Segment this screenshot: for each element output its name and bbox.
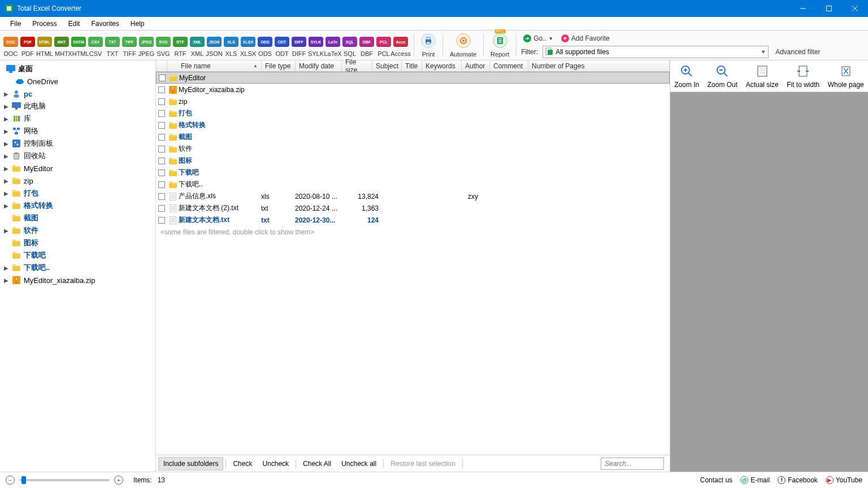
format-html[interactable]: HTMLHTML xyxy=(36,36,53,57)
email-link[interactable]: @E-mail xyxy=(740,476,770,484)
format-sylk[interactable]: SYLKSYLK xyxy=(307,36,324,57)
tree-item[interactable]: 图标 xyxy=(0,237,155,249)
contact-us-link[interactable]: Contact us xyxy=(700,476,732,484)
youtube-link[interactable]: ▶YouTube xyxy=(826,476,862,484)
expand-arrow-icon[interactable]: ▶ xyxy=(3,228,9,234)
expand-arrow-icon[interactable]: ▶ xyxy=(3,190,9,197)
format-xls[interactable]: XLSXLS xyxy=(223,36,240,57)
menu-edit[interactable]: Edit xyxy=(63,18,86,29)
tree-item[interactable]: ▶下载吧.. xyxy=(0,262,155,274)
tree-item[interactable]: ▶控制面板 xyxy=(0,137,155,150)
tree-item[interactable]: ▶此电脑 xyxy=(0,100,155,112)
uncheck-button[interactable]: Uncheck xyxy=(258,457,293,470)
report-button[interactable]: Report xyxy=(486,30,514,60)
expand-arrow-icon[interactable]: ▶ xyxy=(3,165,9,172)
preview-fit-to-width[interactable]: Fit to width xyxy=(787,64,819,89)
format-diff[interactable]: DIFFDIFF xyxy=(290,36,307,57)
facebook-link[interactable]: fFacebook xyxy=(778,476,818,484)
row-checkbox[interactable] xyxy=(156,158,167,164)
format-svg[interactable]: SVGSVG xyxy=(155,36,172,57)
row-checkbox[interactable] xyxy=(156,193,167,200)
row-checkbox[interactable] xyxy=(156,134,167,141)
file-row[interactable]: MyEditor_xiazaiba.zip xyxy=(156,84,670,95)
expand-arrow-icon[interactable]: ▶ xyxy=(3,265,9,271)
expand-arrow-icon[interactable]: ▶ xyxy=(3,178,9,184)
expand-arrow-icon[interactable]: ▶ xyxy=(3,128,9,134)
file-row[interactable]: 截图 xyxy=(156,131,670,143)
expand-arrow-icon[interactable]: ▶ xyxy=(3,277,9,284)
close-button[interactable] xyxy=(842,0,868,17)
advanced-filter-link[interactable]: Advanced filter xyxy=(775,48,820,56)
file-row[interactable]: 下载吧.. xyxy=(156,178,670,190)
format-xml[interactable]: XMLXML xyxy=(189,36,206,57)
row-checkbox[interactable] xyxy=(156,169,167,176)
tree-item[interactable]: ▶pc xyxy=(0,88,155,100)
row-checkbox[interactable] xyxy=(156,205,167,212)
zoom-slider[interactable] xyxy=(19,479,110,481)
preview-actual-size[interactable]: Actual size xyxy=(746,64,779,89)
automate-button[interactable]: Automate xyxy=(445,30,481,60)
tree-item[interactable]: ▶MyEditor xyxy=(0,162,155,175)
tree-item[interactable]: ▶库 xyxy=(0,112,155,125)
file-row[interactable]: 下载吧 xyxy=(156,167,670,178)
row-checkbox[interactable] xyxy=(156,146,167,152)
tree-root[interactable]: 桌面 xyxy=(0,63,155,75)
file-row[interactable]: 软件 xyxy=(156,143,670,155)
preview-zoom-in[interactable]: Zoom In xyxy=(674,64,699,89)
tree-item[interactable]: ▶网络 xyxy=(0,125,155,137)
tree-item[interactable]: ▶软件 xyxy=(0,224,155,237)
format-pcl[interactable]: PCLPCL xyxy=(375,36,392,57)
format-pdf[interactable]: PDFPDF xyxy=(19,36,36,57)
row-checkbox[interactable] xyxy=(156,122,167,129)
add-favorite-button[interactable]: ♥ Add Favorite xyxy=(559,34,612,43)
row-checkbox[interactable] xyxy=(156,110,167,117)
format-odt[interactable]: ODTODT xyxy=(274,36,290,57)
file-row[interactable]: 产品信息.xls xls 2020-08-10 ... 13,824 zxy xyxy=(156,190,670,202)
file-row[interactable]: 图标 xyxy=(156,155,670,167)
file-row[interactable]: MyEditor xyxy=(156,72,670,84)
preview-zoom-out[interactable]: Zoom Out xyxy=(708,64,737,89)
row-checkbox[interactable] xyxy=(156,98,167,105)
print-button[interactable]: Print xyxy=(416,30,440,60)
filtered-note[interactable]: <some files are filtered, double click t… xyxy=(156,226,670,238)
format-jpeg[interactable]: JPEGJPEG xyxy=(138,36,155,57)
menu-help[interactable]: Help xyxy=(125,18,150,29)
folder-tree[interactable]: 桌面 OneDrive▶pc▶此电脑▶库▶网络▶控制面板▶回收站▶MyEdito… xyxy=(0,60,156,472)
tree-item[interactable]: 截图 xyxy=(0,212,155,224)
restore-selection-button[interactable]: Restore last selection xyxy=(386,457,460,470)
minimize-button[interactable] xyxy=(790,0,816,17)
include-subfolders-button[interactable]: Include subfolders xyxy=(158,457,223,470)
search-input[interactable] xyxy=(601,457,664,470)
filter-dropdown[interactable]: All supported files ▼ xyxy=(542,46,769,58)
tree-item[interactable]: ▶打包 xyxy=(0,187,155,199)
row-checkbox[interactable] xyxy=(157,75,168,81)
expand-arrow-icon[interactable]: ▶ xyxy=(3,203,9,209)
format-xhtml[interactable]: XHTMXHTML xyxy=(70,36,87,57)
menu-favorites[interactable]: Favorites xyxy=(85,18,124,29)
file-list-header[interactable]: File name▲ File type Modify date File si… xyxy=(156,60,670,72)
menu-file[interactable]: File xyxy=(5,18,27,29)
zoom-in-button[interactable]: + xyxy=(114,476,123,485)
expand-arrow-icon[interactable]: ▶ xyxy=(3,153,9,159)
file-row[interactable]: 新建文本文档 (2).txt txt 2020-12-24 ... 1,363 xyxy=(156,202,670,214)
format-json[interactable]: JSONJSON xyxy=(206,36,223,57)
format-doc[interactable]: DOCDOC xyxy=(2,36,19,57)
format-csv[interactable]: CSVCSV xyxy=(87,36,104,57)
format-latex[interactable]: LaTeLaTeX xyxy=(324,36,341,57)
expand-arrow-icon[interactable]: ▶ xyxy=(3,103,9,110)
expand-arrow-icon[interactable]: ▶ xyxy=(3,91,9,97)
expand-arrow-icon[interactable]: ▶ xyxy=(3,116,9,122)
row-checkbox[interactable] xyxy=(156,86,167,93)
maximize-button[interactable] xyxy=(816,0,842,17)
format-dbf[interactable]: DBFDBF xyxy=(358,36,375,57)
zoom-control[interactable]: − + xyxy=(6,476,123,485)
format-tiff[interactable]: TIFFTIFF xyxy=(121,36,138,57)
go-button[interactable]: ➜ Go.. ▼ xyxy=(521,34,555,43)
file-row[interactable]: 新建文本文档.txt txt 2020-12-30... 124 xyxy=(156,214,670,226)
check-button[interactable]: Check xyxy=(228,457,257,470)
file-row[interactable]: 打包 xyxy=(156,107,670,119)
check-all-button[interactable]: Check All xyxy=(298,457,336,470)
file-row[interactable]: zip xyxy=(156,95,670,107)
tree-item[interactable]: OneDrive xyxy=(0,75,155,88)
format-txt[interactable]: TXTTXT xyxy=(104,36,121,57)
